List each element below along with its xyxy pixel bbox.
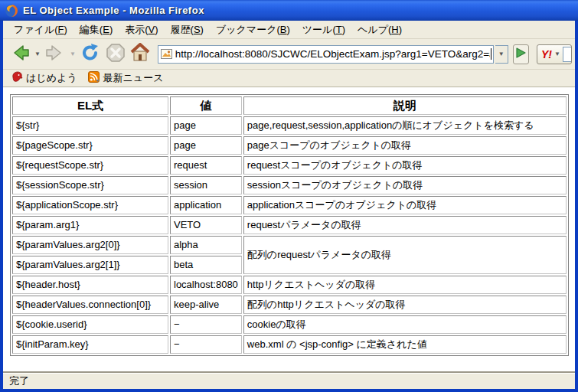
search-engine-dropdown-icon[interactable]: ▼ bbox=[554, 51, 561, 57]
reload-button[interactable] bbox=[78, 41, 103, 67]
firefox-window: EL Object Example - Mozilla Firefox ファイル… bbox=[0, 0, 578, 392]
menu-label-close: ) bbox=[109, 24, 113, 35]
menu-accesskey: H bbox=[391, 24, 398, 35]
value-cell: localhost:8080 bbox=[170, 276, 242, 294]
menu-accesskey: V bbox=[149, 24, 155, 35]
menu-accesskey: F bbox=[58, 24, 64, 35]
menu-label-close: ) bbox=[286, 24, 289, 35]
menu-label: 履歴( bbox=[171, 24, 194, 35]
forward-button[interactable] bbox=[43, 41, 67, 67]
el-expression-cell: ${cookie.userid} bbox=[12, 315, 168, 334]
el-expression-cell: ${header.host} bbox=[12, 276, 168, 294]
menu-accesskey: T bbox=[336, 24, 342, 35]
menu-item-view[interactable]: 表示(V) bbox=[119, 21, 164, 39]
back-dropdown-icon[interactable]: ▼ bbox=[34, 51, 41, 57]
el-expression-cell: ${paramValues.arg2[0]} bbox=[12, 236, 168, 254]
back-icon bbox=[9, 42, 31, 66]
home-icon bbox=[130, 43, 150, 65]
back-button[interactable] bbox=[8, 41, 32, 67]
el-expression-cell: ${pageScope.str} bbox=[12, 136, 168, 155]
table-row: ${cookie.userid} − cookieの取得 bbox=[12, 315, 567, 334]
table-row: ${initParam.key} − web.xml の <jsp-config… bbox=[12, 335, 567, 354]
menu-item-edit[interactable]: 編集(E) bbox=[73, 21, 119, 39]
status-bar: 完了 bbox=[3, 373, 575, 389]
value-cell: application bbox=[170, 196, 242, 214]
value-cell: VETO bbox=[170, 216, 242, 234]
firefox-icon bbox=[5, 4, 18, 18]
table-row: ${sessionScope.str} session sessionスコープの… bbox=[12, 176, 567, 194]
url-bar[interactable]: http://localhost:8080/SJCWC/ELObjectExam… bbox=[158, 45, 494, 64]
table-row: ${paramValues.arg2[0]} alpha 配列のrequestパ… bbox=[12, 236, 567, 254]
value-cell: page bbox=[170, 136, 242, 155]
column-header-desc: 説明 bbox=[243, 96, 567, 115]
bookmarks-toolbar: はじめよう 最新ニュース bbox=[3, 70, 575, 87]
url-history-dropdown[interactable]: ▼ bbox=[495, 45, 508, 64]
value-cell: − bbox=[170, 335, 242, 354]
table-header-row: EL式 値 説明 bbox=[12, 96, 567, 115]
status-text: 完了 bbox=[9, 374, 29, 388]
bookmark-latest-news[interactable]: 最新ニュース bbox=[84, 70, 168, 87]
menu-label: ツール( bbox=[302, 24, 336, 35]
description-cell: web.xml の <jsp-config> に定義された値 bbox=[243, 335, 567, 354]
description-cell: sessionスコープのオブジェクトの取得 bbox=[243, 176, 567, 194]
menu-label: ファイル( bbox=[14, 24, 58, 35]
table-row: ${pageScope.str} page pageスコープのオブジェクトの取得 bbox=[12, 136, 567, 155]
el-expression-cell: ${requestScope.str} bbox=[12, 156, 168, 175]
getting-started-icon bbox=[11, 71, 23, 85]
column-header-el: EL式 bbox=[12, 96, 168, 115]
value-cell: keep-alive bbox=[170, 296, 242, 314]
home-button[interactable] bbox=[129, 41, 152, 67]
search-input[interactable] bbox=[563, 47, 571, 62]
menu-label-close: ) bbox=[155, 24, 158, 35]
table-row: ${str} page page,request,session,applica… bbox=[12, 116, 567, 135]
menu-label: 編集( bbox=[80, 24, 103, 35]
menu-item-history[interactable]: 履歴(S) bbox=[165, 21, 210, 39]
table-row: ${header.host} localhost:8080 httpリクエストヘ… bbox=[12, 276, 567, 294]
page-favicon-icon bbox=[161, 49, 172, 59]
stop-icon bbox=[106, 43, 126, 65]
url-input[interactable]: http://localhost:8080/SJCWC/ELObjectExam… bbox=[175, 48, 490, 60]
forward-dropdown-icon[interactable]: ▼ bbox=[69, 51, 77, 57]
description-cell: page,request,session,applicationの順にオブジェク… bbox=[243, 116, 567, 135]
navigation-toolbar: ▼ ▼ bbox=[3, 39, 575, 70]
bookmark-label: はじめよう bbox=[26, 71, 77, 85]
menu-item-help[interactable]: ヘルプ(H) bbox=[351, 21, 408, 39]
value-cell: session bbox=[170, 176, 242, 194]
el-object-table: EL式 値 説明 ${str} page page,request,sessio… bbox=[10, 94, 569, 356]
description-cell: 配列のrequestパラメータの取得 bbox=[243, 236, 567, 274]
menu-item-tools[interactable]: ツール(T) bbox=[296, 21, 351, 39]
go-icon bbox=[514, 47, 527, 61]
description-cell: cookieの取得 bbox=[243, 315, 567, 334]
menu-item-file[interactable]: ファイル(F) bbox=[8, 21, 73, 39]
search-box[interactable]: Y! ▼ bbox=[537, 44, 572, 64]
yahoo-logo: Y! bbox=[541, 48, 552, 60]
rss-icon bbox=[88, 71, 100, 85]
value-cell: beta bbox=[170, 256, 242, 274]
forward-icon bbox=[44, 42, 66, 66]
menu-label-close: ) bbox=[342, 24, 345, 35]
table-row: ${requestScope.str} request requestスコープの… bbox=[12, 156, 567, 175]
description-cell: 配列のhttpリクエストヘッダの取得 bbox=[243, 296, 567, 314]
el-expression-cell: ${headerValues.connection[0]} bbox=[12, 296, 168, 314]
menu-accesskey: E bbox=[103, 24, 109, 35]
el-expression-cell: ${param.arg1} bbox=[12, 216, 168, 234]
description-cell: httpリクエストヘッダの取得 bbox=[243, 276, 567, 294]
stop-button[interactable] bbox=[104, 41, 127, 67]
el-expression-cell: ${initParam.key} bbox=[12, 335, 168, 354]
menu-label: ブックマーク( bbox=[216, 24, 280, 35]
title-bar[interactable]: EL Object Example - Mozilla Firefox bbox=[0, 0, 578, 21]
description-cell: applicationスコープのオブジェクトの取得 bbox=[243, 196, 567, 214]
chevron-down-icon: ▼ bbox=[498, 51, 505, 57]
el-expression-cell: ${paramValues.arg2[1]} bbox=[12, 256, 168, 274]
menu-item-bookmarks[interactable]: ブックマーク(B) bbox=[210, 21, 296, 39]
go-button[interactable] bbox=[513, 44, 529, 64]
value-cell: request bbox=[170, 156, 242, 175]
column-header-value: 値 bbox=[170, 96, 242, 115]
bookmark-getting-started[interactable]: はじめよう bbox=[8, 70, 81, 87]
el-expression-cell: ${sessionScope.str} bbox=[12, 176, 168, 194]
menu-bar: ファイル(F) 編集(E) 表示(V) 履歴(S) ブックマーク(B) ツール(… bbox=[3, 21, 575, 39]
value-cell: − bbox=[170, 315, 242, 334]
menu-label-close: ) bbox=[64, 24, 67, 35]
value-cell: page bbox=[170, 116, 242, 135]
description-cell: requestスコープのオブジェクトの取得 bbox=[243, 156, 567, 175]
